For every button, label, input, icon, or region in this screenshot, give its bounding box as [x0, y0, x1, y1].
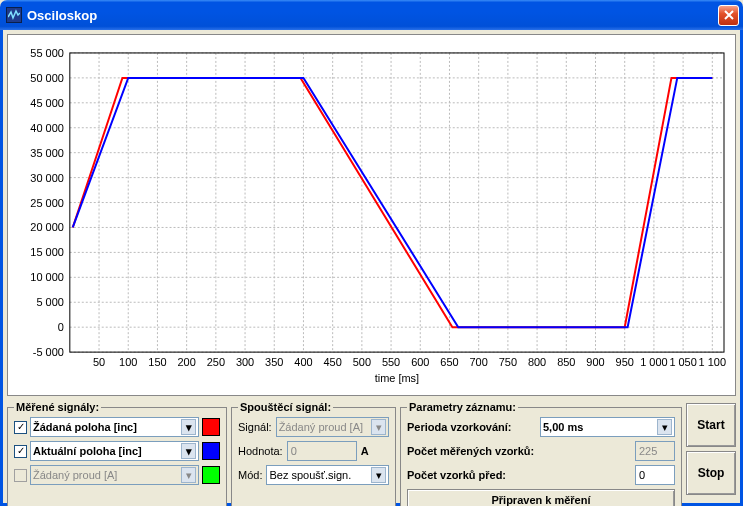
svg-text:100: 100: [119, 356, 137, 368]
svg-text:500: 500: [353, 356, 371, 368]
svg-text:50: 50: [93, 356, 105, 368]
svg-text:250: 250: [207, 356, 225, 368]
svg-text:600: 600: [411, 356, 429, 368]
signal-combo: Žádaný proud [A]▾: [30, 465, 199, 485]
svg-text:950: 950: [616, 356, 634, 368]
svg-text:35 000: 35 000: [30, 147, 64, 159]
signal-combo[interactable]: Žádaná poloha [inc]▾: [30, 417, 199, 437]
svg-text:-5 000: -5 000: [33, 346, 64, 358]
chevron-down-icon: ▾: [371, 467, 386, 483]
sampling-period-combo[interactable]: 5,00 ms ▾: [540, 417, 675, 437]
svg-text:50 000: 50 000: [30, 72, 64, 84]
signal-row: Žádaný proud [A]▾: [14, 465, 220, 485]
svg-text:150: 150: [148, 356, 166, 368]
signals-legend: Měřené signály:: [14, 401, 101, 413]
svg-text:750: 750: [499, 356, 517, 368]
title-bar: Osciloskop: [0, 0, 743, 30]
svg-text:1 050: 1 050: [669, 356, 696, 368]
signal-checkbox: [14, 469, 27, 482]
sampling-period-label: Perioda vzorkování:: [407, 421, 536, 433]
signal-combo[interactable]: Aktuální poloha [inc]▾: [30, 441, 199, 461]
svg-text:550: 550: [382, 356, 400, 368]
params-legend: Parametry záznamu:: [407, 401, 518, 413]
svg-text:800: 800: [528, 356, 546, 368]
close-button[interactable]: [718, 5, 739, 26]
samples-before-label: Počet vzorků před:: [407, 469, 631, 481]
svg-text:900: 900: [586, 356, 604, 368]
signal-color-swatch[interactable]: [202, 466, 220, 484]
window-title: Osciloskop: [27, 8, 718, 23]
svg-text:5 000: 5 000: [36, 296, 63, 308]
svg-text:350: 350: [265, 356, 283, 368]
chevron-down-icon: ▾: [181, 419, 196, 435]
trigger-value-label: Hodnota:: [238, 445, 283, 457]
svg-text:20 000: 20 000: [30, 221, 64, 233]
svg-text:10 000: 10 000: [30, 271, 64, 283]
svg-text:1 100: 1 100: [699, 356, 726, 368]
svg-text:45 000: 45 000: [30, 97, 64, 109]
svg-text:400: 400: [294, 356, 312, 368]
svg-text:55 000: 55 000: [30, 47, 64, 59]
oscilloscope-icon: [6, 7, 22, 23]
signal-color-swatch[interactable]: [202, 442, 220, 460]
svg-text:40 000: 40 000: [30, 122, 64, 134]
chevron-down-icon: ▾: [181, 467, 196, 483]
status-text: Připraven k měření: [407, 489, 675, 506]
chevron-down-icon: ▾: [657, 419, 672, 435]
stop-button[interactable]: Stop: [686, 451, 736, 495]
chart-area: -5 00005 00010 00015 00020 00025 00030 0…: [7, 34, 736, 396]
trigger-legend: Spouštěcí signál:: [238, 401, 333, 413]
svg-text:30 000: 30 000: [30, 172, 64, 184]
svg-text:15 000: 15 000: [30, 246, 64, 258]
signal-row: ✓Aktuální poloha [inc]▾: [14, 441, 220, 461]
trigger-value-input[interactable]: 0: [287, 441, 357, 461]
svg-text:0: 0: [58, 321, 64, 333]
svg-text:700: 700: [470, 356, 488, 368]
svg-text:650: 650: [440, 356, 458, 368]
svg-text:time [ms]: time [ms]: [375, 372, 419, 384]
svg-text:1 000: 1 000: [640, 356, 667, 368]
svg-text:200: 200: [178, 356, 196, 368]
trigger-signal-label: Signál:: [238, 421, 272, 433]
signal-checkbox[interactable]: ✓: [14, 445, 27, 458]
measured-signals-group: Měřené signály: ✓Žádaná poloha [inc]▾✓Ak…: [7, 401, 227, 506]
chevron-down-icon: ▾: [371, 419, 386, 435]
record-params-group: Parametry záznamu: Perioda vzorkování: 5…: [400, 401, 682, 506]
trigger-mode-label: Mód:: [238, 469, 262, 481]
svg-text:300: 300: [236, 356, 254, 368]
trigger-value-unit: A: [361, 445, 369, 457]
signal-row: ✓Žádaná poloha [inc]▾: [14, 417, 220, 437]
svg-text:850: 850: [557, 356, 575, 368]
sample-count-label: Počet měřených vzorků:: [407, 445, 631, 457]
trigger-signal-group: Spouštěcí signál: Signál: Žádaný proud […: [231, 401, 396, 506]
trigger-signal-combo[interactable]: Žádaný proud [A] ▾: [276, 417, 389, 437]
oscilloscope-plot: -5 00005 00010 00015 00020 00025 00030 0…: [8, 35, 735, 394]
trigger-mode-combo[interactable]: Bez spoušť.sign. ▾: [266, 465, 389, 485]
svg-text:25 000: 25 000: [30, 197, 64, 209]
signal-color-swatch[interactable]: [202, 418, 220, 436]
signal-checkbox[interactable]: ✓: [14, 421, 27, 434]
samples-before-input[interactable]: 0: [635, 465, 675, 485]
sample-count-input: 225: [635, 441, 675, 461]
chevron-down-icon: ▾: [181, 443, 196, 459]
svg-text:450: 450: [324, 356, 342, 368]
start-button[interactable]: Start: [686, 403, 736, 447]
